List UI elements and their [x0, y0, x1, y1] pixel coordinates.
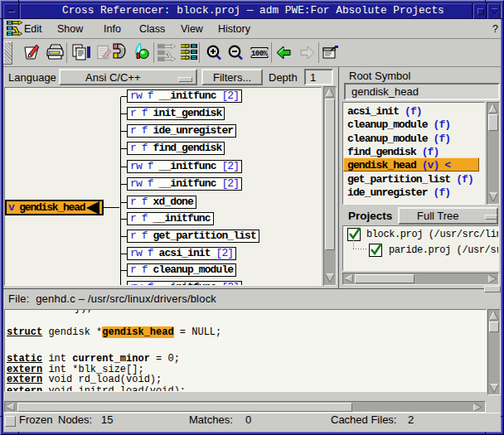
svg-text:100%: 100% — [251, 50, 269, 58]
